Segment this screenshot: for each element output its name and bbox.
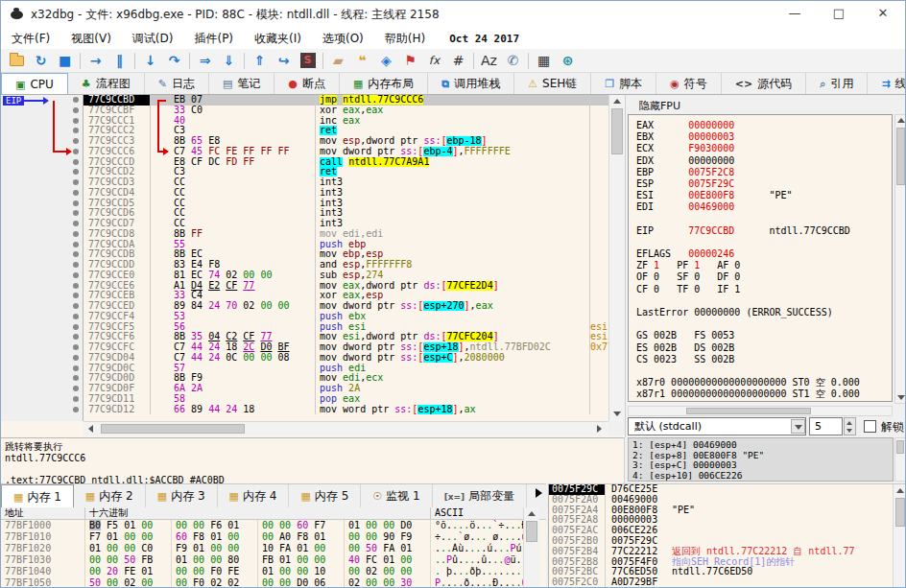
breakpoint-dot[interactable] [73, 314, 79, 319]
breakpoint-dot[interactable] [73, 324, 79, 330]
breakpoint-dot[interactable] [73, 190, 79, 196]
patches-icon[interactable]: ▰ [326, 51, 350, 71]
stack-row[interactable]: 0075F29CD76CE25E [549, 484, 906, 495]
calling-convention-select[interactable]: 默认 (stdcall) [628, 417, 806, 435]
stack-row[interactable]: 0075F2B80075F4F0指向SEH_Record[1]的指针 [549, 557, 906, 568]
menu-item[interactable]: 调试(D) [122, 31, 184, 47]
breakpoint-dot[interactable] [73, 97, 79, 103]
menu-item[interactable]: 视图(V) [60, 31, 122, 47]
register-row[interactable]: ECX F9030000 [629, 143, 892, 154]
dump-row[interactable]: 77BF103000 00 50 FB 01 00 00 80 FB 01 00… [1, 554, 546, 566]
restart-icon[interactable]: ↻ [29, 51, 53, 71]
register-row[interactable]: LastError 00000000 (ERROR_SUCCESS) [629, 307, 892, 318]
hide-fpu-button[interactable]: 隐藏FPU [639, 99, 680, 113]
step-out-icon[interactable]: ⇓ [217, 51, 241, 71]
register-row[interactable]: x87r0 00000000000000000000 ST0 空 0.000 [629, 377, 892, 388]
dump-row[interactable]: 77BF1000B0 F5 01 00 00 00 F6 01 00 00 60… [1, 520, 546, 531]
stack-row[interactable]: 0075F2C0A0D729BF [549, 577, 906, 588]
breakpoint-dot[interactable] [73, 231, 79, 237]
stop-debuggee-icon[interactable]: ■ [53, 51, 77, 71]
dump-row[interactable]: 77BF104000 20 FE 01 00 00 F0 FE 01 00 00… [1, 566, 546, 577]
register-row[interactable] [629, 214, 892, 225]
tab-call-stack[interactable]: ⧉调用堆栈 [428, 73, 514, 95]
menu-item[interactable]: 选项(O) [312, 31, 374, 47]
execute-till-return-icon[interactable]: ⇑ [248, 51, 272, 71]
tab-threads[interactable]: ⇉线程 [868, 73, 905, 95]
register-row[interactable]: EDI 00469000 [629, 201, 892, 213]
register-row[interactable] [629, 318, 892, 330]
register-row[interactable]: EIP 77C9CCBD ntdll.77C9CCBD [629, 225, 892, 237]
disasm-row[interactable]: 77C9CCF453 push ebx [1, 312, 608, 322]
stack-row[interactable]: 0075F2A000469000 [549, 495, 906, 506]
breakpoint-dot[interactable] [73, 169, 79, 175]
close-button[interactable]: ✕ [861, 1, 905, 28]
stack-row[interactable]: 0075F2A800000003 [549, 515, 906, 526]
register-row[interactable]: ESP 0075F29C [629, 178, 892, 190]
register-row[interactable]: CF 0 TF 0 IF 1 [629, 284, 892, 295]
stack-row[interactable]: 0075F2A400E800F8"PE" [549, 506, 906, 516]
tab-cpu[interactable]: ▣CPU [1, 73, 68, 95]
breakpoint-dot[interactable] [73, 138, 79, 144]
argument-row[interactable]: 4: [esp+10] 006CE226 [632, 471, 893, 482]
stack-row[interactable]: 0075F2AC006CE226 [549, 526, 906, 536]
tab-watch-1[interactable]: ☉监视 1 [361, 484, 432, 507]
disasm-row[interactable]: 77C9CCE081 EC 74 02 00 00 sub esp,274 [1, 270, 608, 281]
tab-dump-1[interactable]: ▦内存 1 [1, 484, 74, 507]
stack-row[interactable]: 0075F2B477C22212返回到 ntdll.77C22212 自 ntd… [549, 547, 906, 557]
registers-horizontal-scrollbar[interactable] [628, 406, 893, 416]
bookmarks-icon[interactable]: ⚑ [398, 51, 422, 71]
tab-dump-4[interactable]: ▦内存 4 [218, 484, 290, 507]
breakpoint-dot[interactable] [73, 283, 79, 289]
tab-references[interactable]: ⌕引用 [806, 73, 868, 95]
register-row[interactable]: ES 002B DS 002B [629, 342, 892, 354]
title-bar[interactable]: x32dbg - 文件: x96dbg.exe - PID: 88C - 模块:… [1, 1, 905, 28]
breakpoint-dot[interactable] [73, 200, 79, 206]
dump-row[interactable]: 77BF102001 00 00 C0 F9 01 00 00 10 FA 01… [1, 543, 546, 554]
breakpoint-dot[interactable] [73, 396, 79, 402]
disasm-row[interactable]: 77C9CCBF33 C0 xor eax,eax [1, 106, 608, 116]
breakpoint-dot[interactable] [73, 365, 79, 371]
tab-dump-3[interactable]: ▦内存 3 [146, 484, 218, 507]
functions-icon[interactable]: fx [422, 51, 446, 71]
breakpoint-dot[interactable] [73, 179, 79, 185]
run-to-user-code-icon[interactable]: ↪ [272, 51, 296, 71]
register-row[interactable] [629, 295, 892, 307]
disasm-row[interactable]: 77C9CCD88B FF mov edi,edi [1, 229, 608, 240]
tab-graph[interactable]: ♣流程图 [68, 73, 145, 95]
breakpoint-dot[interactable] [73, 262, 79, 268]
breakpoint-dot[interactable] [73, 355, 79, 361]
strings-icon[interactable]: Az [477, 51, 501, 71]
seh-logo-icon[interactable]: S [296, 51, 320, 71]
tab-seh-chain[interactable]: ⚠SEH链 [514, 73, 591, 95]
argument-count-spinner[interactable]: 5 [809, 417, 843, 435]
register-row[interactable]: OF 0 SF 0 DF 0 [629, 271, 892, 283]
breakpoint-dot[interactable] [73, 128, 79, 133]
stack-row[interactable]: 0075F2BC77C6ED50ntdll.77C6ED50 [549, 567, 906, 577]
breakpoint-dot[interactable] [73, 386, 79, 391]
breakpoint-dot[interactable] [73, 149, 79, 154]
tab-script[interactable]: ❐脚本 [591, 73, 656, 95]
dump-row[interactable]: 77BF105050 00 02 00 00 F0 02 02 00 00 D0… [1, 577, 546, 588]
register-row[interactable]: EFLAGS 00000246 [629, 248, 892, 260]
minimize-button[interactable]: — [773, 1, 817, 28]
labels-icon[interactable]: ◈ [374, 51, 398, 71]
call-arguments-list[interactable]: 1: [esp+4] 004690002: [esp+8] 00E800F8 "… [628, 437, 894, 482]
chevron-down-icon[interactable] [791, 419, 805, 434]
disassembly-vertical-scrollbar[interactable] [608, 95, 625, 421]
breakpoint-dot[interactable] [73, 407, 79, 412]
run-icon[interactable]: → [83, 51, 107, 71]
argument-row[interactable]: 3: [esp+C] 00000003 [632, 460, 893, 471]
open-file-icon[interactable] [5, 51, 29, 71]
tab-breakpoints[interactable]: ●断点 [274, 73, 340, 95]
register-row[interactable]: GS 002B FS 0053 [629, 330, 892, 341]
register-row[interactable]: EBP 0075F2C8 [629, 167, 892, 178]
breakpoint-dot[interactable] [73, 210, 79, 216]
breakpoint-dot[interactable] [73, 221, 79, 226]
breakpoint-dot[interactable] [73, 303, 79, 309]
breakpoint-dot[interactable] [73, 159, 79, 165]
register-row[interactable]: CS 0023 SS 002B [629, 354, 892, 365]
pause-icon[interactable]: ‖ [107, 51, 131, 71]
menu-item[interactable]: 收藏夹(I) [244, 31, 312, 47]
register-row[interactable] [629, 365, 892, 377]
arguments-scrollbar[interactable] [894, 437, 906, 482]
